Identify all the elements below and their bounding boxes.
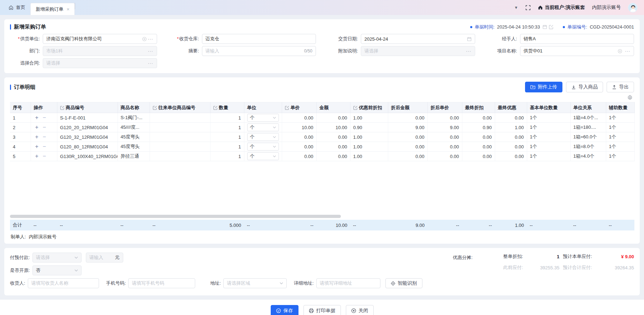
- total-table: 合计--------5.000----10.00--9.00----1.00--…: [10, 220, 634, 230]
- column-header: 往来单位商品编号: [150, 102, 210, 113]
- tab-close-icon[interactable]: ×: [67, 6, 69, 12]
- summary-input[interactable]: 请输入 0/50: [202, 46, 316, 56]
- cell: 45度弯头: [118, 132, 150, 142]
- receiver-label: 收货人:: [10, 280, 25, 286]
- cell: 0.00: [462, 132, 495, 142]
- clear-icon[interactable]: [142, 37, 147, 41]
- delivery-date-input[interactable]: 2025-04-24: [361, 34, 475, 44]
- scrollbar-thumb[interactable]: [10, 215, 341, 218]
- unit-select[interactable]: 个: [247, 133, 279, 141]
- phone-input[interactable]: 请填写手机号码: [128, 278, 195, 288]
- save-button[interactable]: 保存: [271, 305, 298, 315]
- table-header-row: 序号操作商品编号商品名称往来单位商品编号数量单位单价金额优惠前折扣折后金额折后单…: [10, 102, 634, 113]
- edit-icon[interactable]: [549, 25, 554, 29]
- topbar: 首页 新增采购订单 × ▼ 当前租户:演示账套 内部演示账号: [0, 0, 644, 15]
- total-row: 合计--------5.000----10.00--9.00----1.00--…: [10, 220, 634, 230]
- prepay-amount-input[interactable]: 请输入 元: [86, 253, 123, 263]
- cell: G120_32_12RM01G04: [57, 132, 118, 142]
- smart-recognition-button[interactable]: 智能识别: [385, 278, 422, 288]
- column-header: 操作: [31, 102, 57, 113]
- cell: 0.00: [427, 142, 462, 152]
- extra-note-input[interactable]: 请选择 ⋯: [361, 46, 475, 56]
- cell: [150, 142, 210, 152]
- total-cell: 5.000: [210, 220, 244, 230]
- more-icon[interactable]: ⋯: [466, 49, 472, 54]
- more-icon[interactable]: ⋯: [148, 61, 154, 66]
- chevron-down-icon[interactable]: ▼: [514, 5, 518, 10]
- unit-select[interactable]: 个: [247, 114, 279, 122]
- field-extra-note: 附加说明: 请选择 ⋯: [328, 46, 475, 56]
- fullscreen-icon[interactable]: [525, 5, 531, 10]
- address-select[interactable]: 请选择区域: [223, 278, 287, 288]
- bullet-icon: [470, 26, 472, 28]
- print-button[interactable]: 打印单据: [303, 305, 341, 315]
- export-button[interactable]: 导出: [607, 82, 634, 92]
- column-header: 最终优惠: [495, 102, 527, 113]
- handler-input[interactable]: 销售A: [520, 34, 634, 44]
- add-row-button[interactable]: +: [35, 143, 38, 149]
- remove-row-button[interactable]: −: [43, 134, 46, 140]
- phone-label: 手机号码:: [106, 280, 126, 286]
- add-row-button[interactable]: +: [35, 134, 38, 140]
- previous-payable-value: 39255.35: [526, 265, 559, 270]
- remove-row-button[interactable]: −: [43, 115, 46, 121]
- add-row-button[interactable]: +: [35, 115, 38, 121]
- cell: 0.00: [388, 132, 427, 142]
- column-header: 商品编号: [57, 102, 118, 113]
- cell: 0.00: [495, 132, 527, 142]
- column-header: 基本单位数量: [527, 102, 570, 113]
- project-input[interactable]: 供货中01 ⋯: [520, 46, 634, 56]
- remove-row-button[interactable]: −: [43, 143, 46, 149]
- chevron-down-icon: [74, 256, 78, 259]
- column-header: 金额: [316, 102, 350, 113]
- add-row-button[interactable]: +: [35, 124, 38, 130]
- unit-select[interactable]: 个: [247, 143, 279, 151]
- add-row-button[interactable]: +: [35, 153, 38, 159]
- invoice-select[interactable]: 否: [32, 265, 82, 275]
- supplier-input[interactable]: 济南迈克阀门科技有限公司 ⋯: [43, 34, 157, 44]
- close-button[interactable]: 关闭: [346, 305, 374, 315]
- chevron-down-icon: [273, 117, 276, 119]
- tab-home[interactable]: 首页: [4, 0, 30, 15]
- cell: 1个: [606, 132, 634, 142]
- cell: 0.00: [495, 152, 527, 161]
- calendar-icon[interactable]: [467, 37, 472, 41]
- column-header: 序号: [10, 102, 31, 113]
- unit-select[interactable]: 个: [247, 123, 279, 131]
- payment-card: 付预付款: 请选择 请输入 元 是否开票: 否 收货人: 请填写收货人名称 手机…: [4, 248, 640, 295]
- account-menu[interactable]: 内部演示账号: [592, 4, 621, 11]
- more-icon[interactable]: ⋯: [148, 49, 154, 54]
- contract-input[interactable]: 请选择 ⋯: [43, 58, 157, 68]
- attachment-upload-button[interactable]: 附件上传: [525, 82, 562, 92]
- detail-section-title: 订单明细: [10, 84, 35, 91]
- more-icon[interactable]: ⋯: [148, 36, 154, 42]
- tab-new-purchase-order[interactable]: 新增采购订单 ×: [30, 3, 75, 15]
- clear-icon[interactable]: [618, 49, 622, 54]
- more-icon[interactable]: ⋯: [625, 49, 630, 54]
- receiver-input[interactable]: 请填写收货人名称: [28, 278, 99, 288]
- cell: 3: [10, 132, 31, 142]
- remove-row-button[interactable]: −: [43, 153, 46, 159]
- calendar-icon[interactable]: [542, 25, 547, 29]
- cell: 0.00: [282, 113, 316, 123]
- cell: +−: [31, 142, 57, 152]
- import-products-button[interactable]: 导入商品: [566, 82, 603, 92]
- unit-select[interactable]: 个: [247, 152, 279, 160]
- previous-payable-label: 此前应付:: [503, 264, 523, 271]
- current-tenant: 当前租户:演示账套: [538, 4, 585, 11]
- cell: 9.00: [427, 123, 462, 132]
- cell: 个: [244, 123, 282, 132]
- cell: 10.00: [282, 123, 316, 132]
- table-row: 4+−G120_80_12RM01G0445度弯头1个0.000.001.000…: [10, 142, 634, 152]
- detail-address-input[interactable]: 请填写详细地址: [316, 278, 380, 288]
- department-input[interactable]: 市场1科 ⋯: [43, 46, 157, 56]
- order-detail-card: 订单明细 附件上传 导入商品 导出 序号操作商品编号商品名称往来单位商品编号数量…: [4, 77, 640, 244]
- cell: 4: [10, 142, 31, 152]
- gear-icon[interactable]: [627, 95, 633, 100]
- prepay-select[interactable]: 请选择: [32, 253, 82, 263]
- cell: [150, 132, 210, 142]
- warehouse-input[interactable]: 迈克仓: [202, 34, 316, 44]
- cell: 1箱=60.0个: [570, 132, 606, 142]
- remove-row-button[interactable]: −: [43, 124, 46, 130]
- avatar[interactable]: [628, 3, 638, 12]
